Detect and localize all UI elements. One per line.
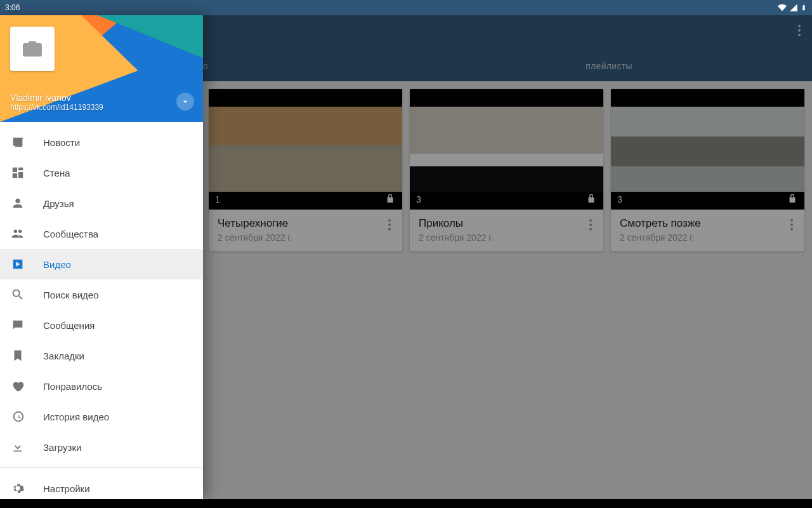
gear-icon [10,481,25,496]
nav-item-label: Новости [43,137,80,148]
nav-item-bookmarks[interactable]: Закладки [0,340,203,371]
nav-item-label: Закладки [43,351,84,361]
nav-item-groups[interactable]: Сообщества [0,218,203,249]
nav-list: НовостиСтенаДрузьяСообществаВидеоПоиск в… [0,122,203,499]
nav-divider [0,467,203,468]
nav-item-label: Поиск видео [43,290,99,300]
search-icon [10,287,25,302]
camera-icon [21,37,44,60]
chat-icon [10,318,25,333]
status-bar: 3:06 [0,0,812,15]
account-dropdown-button[interactable] [176,93,194,110]
nav-item-label: Сообщения [43,320,95,331]
person-icon [10,196,25,211]
bookmark-icon [10,348,25,363]
nav-item-settings[interactable]: Настройки [0,473,203,499]
download-icon [10,439,25,455]
avatar[interactable] [10,27,55,71]
battery-icon [801,3,807,12]
system-nav-bar [0,499,812,508]
nav-item-label: Друзья [43,198,74,209]
nav-item-downloads[interactable]: Загрузки [0,432,203,462]
nav-item-label: Видео [43,259,71,270]
nav-item-liked[interactable]: Понравилось [0,371,203,401]
nav-item-label: Понравилось [43,381,102,392]
profile-info: Vladimir Ivanov https://vk.com/id1411933… [10,93,103,112]
video-icon [10,257,25,272]
nav-item-label: Настройки [43,483,90,494]
nav-item-messages[interactable]: Сообщения [0,310,203,340]
chevron-down-icon [180,97,190,107]
nav-item-label: Загрузки [43,442,81,453]
history-icon [10,409,25,424]
dashboard-icon [10,165,25,180]
nav-item-search[interactable]: Поиск видео [0,279,203,310]
nav-item-label: Стена [43,168,70,178]
nav-item-label: Сообщества [43,229,98,239]
nav-item-history[interactable]: История видео [0,401,203,432]
navigation-drawer: Vladimir Ivanov https://vk.com/id1411933… [0,15,203,499]
status-time: 3:06 [5,3,20,12]
newspaper-icon [10,135,25,150]
people-icon [10,226,25,241]
wifi-icon [778,3,787,12]
heart-icon [10,378,25,394]
drawer-header[interactable]: Vladimir Ivanov https://vk.com/id1411933… [0,15,203,122]
status-icons [778,3,807,12]
signal-icon [789,3,798,12]
nav-item-wall[interactable]: Стена [0,157,203,188]
nav-item-news[interactable]: Новости [0,127,203,157]
nav-item-label: История видео [43,411,109,422]
nav-item-video[interactable]: Видео [0,249,203,279]
profile-url: https://vk.com/id141193339 [10,103,103,112]
profile-name: Vladimir Ivanov [10,93,103,103]
nav-item-friends[interactable]: Друзья [0,188,203,218]
